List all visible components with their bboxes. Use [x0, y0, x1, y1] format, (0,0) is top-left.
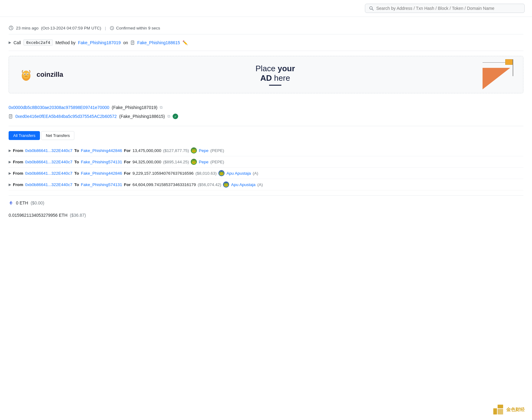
to-address-name: (Fake_Phishing188615) — [119, 114, 165, 119]
transfer-from-addr[interactable]: 0xb0b86641...322E440c7 — [25, 171, 72, 176]
transfer-usd: ($127,877.75) — [163, 148, 189, 153]
svg-point-0 — [370, 6, 372, 9]
ad-line1: Place your — [74, 64, 476, 73]
to-label: To — [74, 148, 79, 153]
to-label: To — [74, 182, 79, 187]
from-label: From — [13, 182, 23, 187]
to-doc-icon — [9, 114, 13, 119]
transfer-row: ▶ From 0xb0b86641...322E440c7 To Fake_Ph… — [9, 145, 523, 156]
ad-banner[interactable]: coinzilla Place your AD here — [9, 56, 523, 93]
eth-fee-usd: ($36.87) — [70, 213, 86, 218]
tab-bar: All Transfers Net Transfers — [9, 131, 523, 140]
for-label: For — [124, 182, 131, 187]
from-full-address[interactable]: 0x0000db5c8B030ae20308ac975898E09741e700… — [9, 105, 109, 110]
transfer-row: ▶ From 0xb0b86641...322E440c7 To Fake_Ph… — [9, 156, 523, 168]
coinzilla-brand-text: coinzilla — [37, 71, 63, 79]
timer-icon — [110, 26, 114, 30]
verified-check-icon: ✓ — [173, 114, 178, 119]
token-name-link[interactable]: Pepe — [199, 148, 209, 153]
from-address-name: (Fake_Phishing187019) — [112, 105, 158, 110]
svg-line-1 — [372, 9, 373, 10]
clock-icon — [9, 25, 14, 30]
eth-section: 0 ETH ($0.00) — [9, 195, 523, 210]
ad-graphic — [476, 62, 513, 87]
net-transfers-tab[interactable]: Net Transfers — [41, 131, 74, 140]
transfer-usd: ($895,144.25) — [163, 160, 189, 164]
from-label: From — [13, 171, 23, 176]
transfer-amount: 9,229,157.105940767637616596 — [132, 171, 194, 176]
contract-link[interactable]: Fake_Phishing188615 — [137, 40, 180, 45]
token-ticker: (A) — [257, 182, 263, 187]
eth-value-usd: ($0.00) — [31, 200, 44, 205]
transfer-expand-icon[interactable]: ▶ — [9, 171, 11, 175]
transfer-to-addr[interactable]: Fake_Phishing442846 — [81, 171, 122, 176]
method-by-label: Method by — [55, 40, 75, 45]
transfer-amount: 64,604,099.741585373463316179 — [132, 182, 196, 187]
svg-point-14 — [24, 74, 25, 75]
top-bar — [0, 0, 532, 17]
coinzilla-monster-icon — [19, 67, 33, 82]
token-ticker: (PEPE) — [210, 148, 224, 153]
method-badge: 0xcebc2af4 — [23, 39, 53, 46]
token-icon: 🐸 — [191, 147, 197, 154]
transfer-from-addr[interactable]: 0xb0b86641...322E440c7 — [25, 160, 72, 164]
confirmed-text: Confirmed within 9 secs — [116, 26, 160, 30]
transfer-expand-icon[interactable]: ▶ — [9, 160, 11, 164]
eth-fee-label: 0.0159621134053279956 ETH — [9, 213, 68, 218]
all-transfers-tab[interactable]: All Transfers — [9, 131, 40, 140]
search-icon — [369, 6, 374, 11]
flag-box — [505, 59, 513, 65]
svg-line-4 — [11, 28, 12, 29]
horizontal-line — [483, 62, 508, 63]
transfer-row: ▶ From 0xb0b86641...322E440c7 To Fake_Ph… — [9, 168, 523, 179]
transfer-amount: 94,325,000,000 — [132, 160, 161, 164]
datetime: (Oct-13-2024 04:07:59 PM UTC) — [41, 26, 101, 30]
to-full-address[interactable]: 0xed0e416e0fEEA5b484ba5c95d375545AC2b605… — [15, 114, 117, 119]
transfer-expand-icon[interactable]: ▶ — [9, 183, 11, 187]
transfer-expand-icon[interactable]: ▶ — [9, 149, 11, 153]
copy-to-icon[interactable]: ⧉ — [167, 114, 170, 119]
token-name-link[interactable]: Apu Apustaja — [226, 171, 251, 176]
transfer-usd: ($56,074.42) — [198, 182, 221, 187]
transfer-row: ▶ From 0xb0b86641...322E440c7 To Fake_Ph… — [9, 179, 523, 190]
address-section: 0x0000db5c8B030ae20308ac975898E09741e700… — [9, 98, 523, 126]
token-icon: 🐸 — [191, 159, 197, 165]
transfer-rows-container: ▶ From 0xb0b86641...322E440c7 To Fake_Ph… — [9, 145, 523, 190]
eth-value-row: 0 ETH ($0.00) — [9, 200, 523, 205]
ad-line2: AD here — [74, 73, 476, 83]
from-address-link[interactable]: Fake_Phishing187019 — [78, 40, 121, 45]
for-label: For — [124, 148, 131, 153]
confirmed-badge: Confirmed within 9 secs — [110, 26, 160, 30]
transfer-from-addr[interactable]: 0xb0b86641...322E440c7 — [25, 148, 72, 153]
transfer-to-addr[interactable]: Fake_Phishing442846 — [81, 148, 122, 153]
triangle-shape — [483, 68, 510, 89]
call-label: Call — [14, 40, 21, 45]
transfer-from-addr[interactable]: 0xb0b86641...322E440c7 — [25, 182, 72, 187]
token-name-link[interactable]: Apu Apustaja — [231, 182, 256, 187]
transfer-to-addr[interactable]: Fake_Phishing574131 — [81, 160, 122, 164]
search-input[interactable] — [376, 6, 521, 11]
token-ticker: (A) — [253, 171, 258, 176]
coinzilla-logo: coinzilla — [19, 67, 74, 82]
token-name-link[interactable]: Pepe — [199, 160, 209, 164]
triangle-graphic — [483, 62, 513, 87]
svg-point-11 — [22, 71, 30, 79]
call-arrow-icon: ▶ — [9, 41, 11, 45]
token-ticker: (PEPE) — [210, 160, 224, 164]
eth-fee-row: 0.0159621134053279956 ETH ($36.87) — [9, 210, 523, 220]
for-label: For — [124, 160, 131, 164]
eth-value-label: 0 ETH — [16, 200, 28, 205]
to-address-row: 0xed0e416e0fEEA5b484ba5c95d375545AC2b605… — [9, 112, 523, 121]
copy-from-icon[interactable]: ⧉ — [160, 105, 162, 110]
from-label: From — [13, 160, 23, 164]
transfers-section: All Transfers Net Transfers ▶ From 0xb0b… — [9, 126, 523, 195]
token-icon: 🐸 — [223, 181, 229, 188]
to-label: To — [74, 160, 79, 164]
svg-point-15 — [27, 74, 28, 75]
edit-icon[interactable]: ✏️ — [182, 40, 188, 45]
on-label: on — [123, 40, 128, 45]
transfer-to-addr[interactable]: Fake_Phishing574131 — [81, 182, 122, 187]
flag-pole — [513, 59, 513, 76]
to-label: To — [74, 171, 79, 176]
main-content: 23 mins ago (Oct-13-2024 04:07:59 PM UTC… — [0, 17, 532, 225]
